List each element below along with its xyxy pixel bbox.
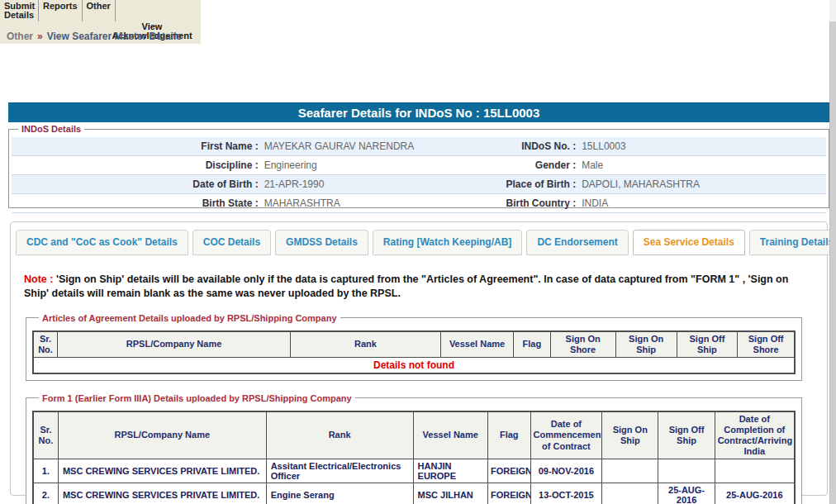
cell-rank: Engine Serang (266, 483, 413, 504)
column-header: Vessel Name (440, 331, 514, 358)
note: Note : 'Sign on Ship' details will be av… (24, 273, 814, 301)
agreement-legend: Articles of Agreement Details uploaded b… (39, 313, 340, 323)
vertical-scrollbar[interactable] (829, 0, 836, 504)
note-text: 'Sign on Ship' details will be available… (24, 273, 788, 299)
tab-rating-watch-keeping[interactable]: Rating [Watch Keeping/AB] (373, 230, 523, 255)
breadcrumb-current-page: View Seafarer Master Details (47, 31, 182, 42)
indos-row: Birth State : MAHARASHTRA Birth Country … (12, 194, 826, 213)
menu-other[interactable]: Other (83, 0, 116, 21)
empty-message: Details not found (33, 358, 795, 373)
column-header: Sign Off Ship (658, 411, 715, 459)
form1-details-section: Form 1 (Earlier Form IIIA) Details uploa… (26, 393, 802, 504)
tab-gmdss-details[interactable]: GMDSS Details (275, 230, 368, 255)
tab-training-details[interactable]: Training Details (749, 230, 836, 255)
form1-legend: Form 1 (Earlier Form IIIA) Details uploa… (39, 393, 355, 403)
cell-sign-off-ship: 25-AUG-2016 (658, 483, 715, 504)
field-value: DAPOLI, MAHARASHTRA (582, 175, 826, 193)
field-label: Birth State : (12, 194, 264, 212)
form1-header-row: Sr. No. RPSL/Company Name Rank Vessel Na… (33, 411, 795, 459)
menu-reports[interactable]: Reports (39, 0, 83, 21)
agreement-table: Sr. No. RPSL/Company Name Rank Vessel Na… (32, 330, 796, 374)
field-label: Date of Birth : (12, 175, 264, 193)
column-header: Rank (266, 411, 413, 459)
cell-company: MSC CREWING SERVICES PRIVATE LIMITED. (58, 459, 266, 483)
column-header: Rank (291, 331, 441, 358)
field-value: 15LL0003 (582, 137, 826, 155)
cell-rank: Assitant Electrical/Electronics Officer (266, 459, 413, 483)
tab-dc-endorsement[interactable]: DC Endorsement (526, 230, 628, 255)
form1-table: Sr. No. RPSL/Company Name Rank Vessel Na… (32, 411, 796, 504)
indos-details-section: INDoS Details First Name : MAYEKAR GAURA… (8, 124, 829, 208)
column-header: Date of Completion of Contract/Arriving … (715, 411, 795, 459)
column-header: RPSL/Company Name (58, 411, 266, 459)
table-row: 1. MSC CREWING SERVICES PRIVATE LIMITED.… (33, 459, 795, 483)
menu-submit-details[interactable]: Submit Details (0, 0, 39, 21)
cell-sign-off-ship (658, 459, 715, 483)
indos-details-legend: INDoS Details (18, 124, 84, 134)
cell-sr-no: 1. (33, 459, 58, 483)
cell-commencement-date: 09-NOV-2016 (530, 459, 602, 483)
cell-commencement-date: 13-OCT-2015 (530, 483, 602, 504)
cell-flag: FOREIGN (487, 459, 530, 483)
column-header: Sign On Shore (550, 331, 615, 358)
field-label: Gender : (476, 156, 582, 174)
cell-vessel: MSC JILHAN (413, 483, 487, 504)
cell-completion-date: 25-AUG-2016 (715, 483, 795, 504)
cell-vessel: HANJIN EUROPE (413, 459, 487, 483)
column-header: Sr. No. (33, 411, 58, 459)
indos-row: Date of Birth : 21-APR-1990 Place of Bir… (12, 175, 826, 194)
column-header: Vessel Name (413, 411, 487, 459)
cell-flag: FOREIGN (487, 483, 530, 504)
tab-panel: CDC and "CoC as Cook" Details COC Detail… (10, 221, 828, 496)
field-value: MAHARASHTRA (264, 194, 476, 212)
cell-sr-no: 2. (33, 483, 58, 504)
field-label: Discipline : (12, 156, 264, 174)
tabstrip: CDC and "CoC as Cook" Details COC Detail… (11, 222, 827, 255)
field-value: Engineering (264, 156, 476, 174)
table-row: Details not found (33, 358, 795, 373)
column-header: Flag (487, 411, 530, 459)
column-header: Sr. No. (33, 331, 58, 358)
column-header: RPSL/Company Name (58, 331, 291, 358)
cell-sign-on-ship (602, 459, 658, 483)
tab-cdc-coc-cook-details[interactable]: CDC and "CoC as Cook" Details (16, 230, 188, 255)
tab-sea-service-details[interactable]: Sea Service Details (633, 230, 745, 255)
field-label: First Name : (12, 137, 264, 155)
field-label: INDoS No. : (476, 137, 582, 155)
table-row: 2. MSC CREWING SERVICES PRIVATE LIMITED.… (33, 483, 795, 504)
column-header: Sign Off Ship (677, 331, 738, 358)
page: Submit Details Reports Other View Acknow… (0, 0, 836, 504)
menu-row: Submit Details Reports Other (0, 0, 201, 21)
field-value: Male (582, 156, 826, 174)
agreement-header-row: Sr. No. RPSL/Company Name Rank Vessel Na… (33, 331, 795, 358)
indos-row: Discipline : Engineering Gender : Male (12, 156, 826, 175)
cell-company: MSC CREWING SERVICES PRIVATE LIMITED. (58, 483, 266, 504)
column-header: Sign On Ship (615, 331, 677, 358)
page-title: Seafarer Details for INDoS No : 15LL0003 (8, 102, 829, 122)
column-header: Flag (514, 331, 550, 358)
cell-completion-date (715, 459, 795, 483)
indos-row: First Name : MAYEKAR GAURAV NARENDRA IND… (12, 137, 826, 156)
note-prefix: Note : (24, 273, 53, 285)
field-value: MAYEKAR GAURAV NARENDRA (264, 137, 476, 155)
field-label: Birth Country : (476, 194, 582, 212)
column-header: Date of Commencement of Contract (530, 411, 602, 459)
tab-coc-details[interactable]: COC Details (192, 230, 271, 255)
scrollbar-thumb[interactable] (829, 21, 836, 504)
breadcrumb: Other»View Seafarer Master Details (7, 31, 182, 42)
breadcrumb-section: Other (7, 31, 33, 42)
field-value: 21-APR-1990 (264, 175, 476, 193)
column-header: Sign On Ship (602, 411, 658, 459)
column-header: Sign Off Shore (738, 331, 795, 358)
breadcrumb-separator: » (33, 31, 47, 42)
field-value: INDIA (582, 194, 826, 212)
cell-sign-on-ship (602, 483, 658, 504)
agreement-details-section: Articles of Agreement Details uploaded b… (26, 313, 802, 381)
field-label: Place of Birth : (476, 175, 582, 193)
